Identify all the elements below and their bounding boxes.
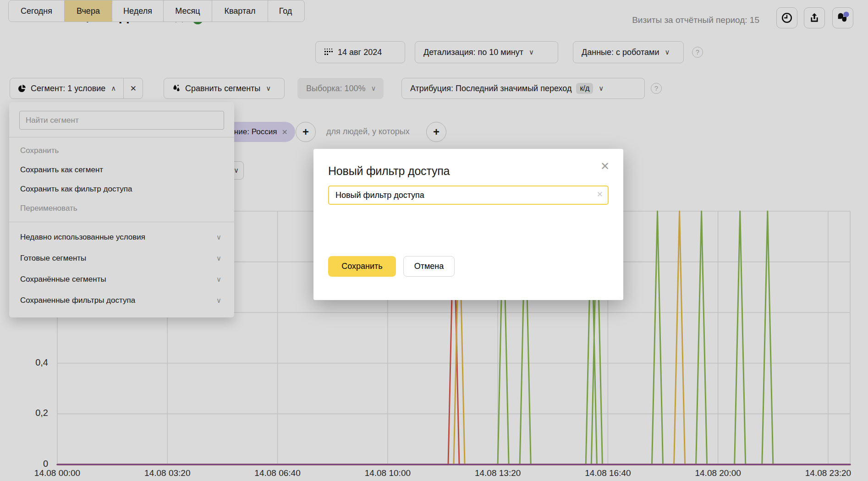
filter-name-input[interactable] [328, 186, 609, 205]
modal-close-icon[interactable]: ✕ [600, 160, 610, 173]
save-button[interactable]: Сохранить [328, 256, 396, 277]
modal-title: Новый фильтр доступа [328, 164, 609, 178]
new-access-filter-modal: Новый фильтр доступа ✕ ✕ Сохранить Отмен… [313, 149, 623, 300]
input-clear-icon[interactable]: ✕ [597, 190, 603, 199]
cancel-button[interactable]: Отмена [403, 256, 455, 277]
